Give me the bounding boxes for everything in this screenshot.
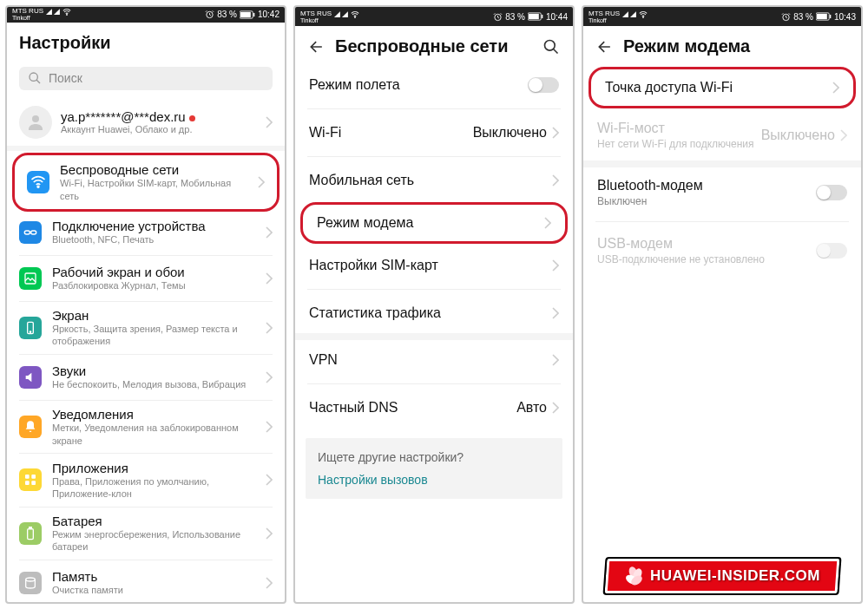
image-icon bbox=[19, 267, 42, 290]
battery-percent: 83 % bbox=[217, 10, 237, 19]
row-title: Режим модема bbox=[317, 215, 413, 231]
page-header: Беспроводные сети bbox=[295, 26, 573, 65]
wifi-icon bbox=[62, 8, 72, 16]
signal-icon: ◢ bbox=[342, 10, 347, 18]
search-input[interactable]: Поиск bbox=[19, 67, 273, 90]
row-sub: Нет сети Wi-Fi для подключения bbox=[597, 138, 754, 150]
signal-icon: ◢ bbox=[630, 10, 635, 18]
huawei-logo-icon bbox=[624, 566, 643, 586]
sound-icon bbox=[19, 366, 42, 389]
row-display[interactable]: Экран Яркость, Защита зрения, Размер тек… bbox=[7, 305, 285, 351]
row-sub: Выключен bbox=[597, 195, 703, 207]
search-button[interactable] bbox=[542, 37, 561, 56]
row-title: Рабочий экран и обои bbox=[52, 265, 255, 279]
row-traffic-stats[interactable]: Статистика трафика bbox=[295, 293, 573, 333]
row-title: Подключение устройства bbox=[52, 219, 255, 233]
phone-screen-wireless: MTS RUS Tinkoff ◢ ◢ 83 % 10:44 Беспровод… bbox=[293, 5, 575, 604]
account-row[interactable]: ya.p*******@***dex.ru Аккаунт Huawei, Об… bbox=[7, 99, 285, 146]
svg-rect-15 bbox=[25, 481, 30, 486]
row-title: Приложения bbox=[52, 461, 255, 475]
row-title: Экран bbox=[52, 308, 255, 323]
row-usb-tethering: USB-модем USB-подключение не установлено bbox=[583, 226, 861, 276]
clock: 10:42 bbox=[258, 10, 279, 19]
link-icon bbox=[19, 221, 42, 244]
clock: 10:43 bbox=[834, 12, 856, 22]
row-vpn[interactable]: VPN bbox=[295, 340, 573, 380]
svg-point-5 bbox=[30, 73, 37, 81]
row-title: USB-модем bbox=[597, 236, 765, 252]
row-bluetooth-tethering[interactable]: Bluetooth-модем Выключен bbox=[583, 167, 861, 218]
svg-point-0 bbox=[67, 15, 68, 16]
watermark-text: HUAWEI-INSIDER.COM bbox=[650, 567, 820, 585]
row-title: Частный DNS bbox=[309, 400, 398, 416]
chevron-right-icon bbox=[544, 217, 551, 229]
chevron-right-icon bbox=[552, 354, 559, 366]
chevron-right-icon bbox=[832, 82, 839, 94]
svg-point-6 bbox=[32, 115, 39, 122]
row-sub: Разблокировка Журнал, Темы bbox=[52, 279, 255, 291]
carrier-label: MTS RUS bbox=[12, 8, 43, 15]
highlight-tethering: Режим модема bbox=[300, 202, 568, 244]
row-title: Мобильная сеть bbox=[309, 173, 414, 188]
chevron-right-icon bbox=[266, 272, 273, 285]
battery-icon bbox=[240, 10, 255, 19]
row-title: Беспроводные сети bbox=[60, 162, 247, 177]
row-sub: Яркость, Защита зрения, Размер текста и … bbox=[52, 323, 255, 348]
page-header: Настройки bbox=[7, 23, 285, 62]
back-button[interactable] bbox=[307, 37, 326, 56]
chevron-right-icon bbox=[266, 527, 273, 540]
row-mobile-network[interactable]: Мобильная сеть bbox=[295, 160, 573, 200]
row-device-connection[interactable]: Подключение устройства Bluetooth, NFC, П… bbox=[7, 213, 285, 252]
row-value: Выключено bbox=[761, 128, 835, 143]
svg-rect-9 bbox=[31, 231, 36, 234]
row-apps[interactable]: Приложения Права, Приложения по умолчани… bbox=[7, 457, 285, 503]
row-title: Bluetooth-модем bbox=[597, 178, 703, 193]
row-title: Настройки SIM-карт bbox=[309, 258, 438, 273]
row-sub: USB-подключение не установлено bbox=[597, 253, 765, 265]
account-sub: Аккаунт Huawei, Облако и др. bbox=[61, 124, 257, 134]
chevron-right-icon bbox=[552, 402, 559, 414]
svg-point-19 bbox=[26, 578, 36, 581]
svg-rect-16 bbox=[31, 481, 36, 486]
chevron-right-icon bbox=[266, 116, 273, 128]
row-sub: Не беспокоить, Мелодия вызова, Вибрация bbox=[52, 378, 255, 390]
row-title: Точка доступа Wi-Fi bbox=[605, 80, 733, 95]
row-battery[interactable]: Батарея Режим энергосбережения, Использо… bbox=[7, 511, 285, 557]
toggle-airplane[interactable] bbox=[528, 77, 559, 93]
svg-rect-29 bbox=[830, 15, 831, 18]
row-value: Выключено bbox=[473, 125, 547, 141]
row-title: Wi-Fi bbox=[309, 125, 341, 141]
chevron-right-icon bbox=[840, 129, 847, 141]
row-wireless-networks[interactable]: Беспроводные сети Wi-Fi, Настройки SIM-к… bbox=[15, 155, 277, 209]
avatar bbox=[19, 106, 52, 139]
svg-rect-8 bbox=[24, 231, 30, 234]
row-airplane-mode[interactable]: Режим полета bbox=[295, 65, 573, 105]
svg-rect-3 bbox=[253, 13, 254, 16]
row-sub: Права, Приложения по умолчанию, Приложен… bbox=[52, 475, 255, 501]
toggle-bluetooth-tethering[interactable] bbox=[816, 185, 847, 200]
row-title: Режим полета bbox=[309, 77, 400, 93]
back-button[interactable] bbox=[595, 37, 615, 56]
row-notifications[interactable]: Уведомления Метки, Уведомления на заблок… bbox=[7, 404, 285, 450]
row-sub: Метки, Уведомления на заблокированном эк… bbox=[52, 422, 255, 447]
hint-link-call-settings[interactable]: Настройки вызовов bbox=[318, 473, 550, 487]
svg-point-20 bbox=[355, 16, 356, 17]
row-sim-settings[interactable]: Настройки SIM-карт bbox=[295, 246, 573, 285]
wifi-icon bbox=[27, 171, 49, 193]
row-tethering[interactable]: Режим модема bbox=[303, 205, 565, 241]
row-wifi-bridge: Wi-Fi-мост Нет сети Wi-Fi для подключени… bbox=[583, 110, 861, 160]
row-home-wallpaper[interactable]: Рабочий экран и обои Разблокировка Журна… bbox=[7, 259, 285, 298]
chevron-right-icon bbox=[266, 421, 273, 433]
svg-rect-23 bbox=[542, 15, 542, 18]
notification-dot-icon bbox=[189, 115, 195, 121]
svg-point-7 bbox=[37, 187, 39, 188]
row-wifi-hotspot[interactable]: Точка доступа Wi-Fi bbox=[591, 69, 853, 106]
row-private-dns[interactable]: Частный DNS Авто bbox=[295, 388, 573, 428]
row-storage[interactable]: Память Очистка памяти bbox=[7, 564, 285, 602]
clock: 10:44 bbox=[546, 12, 568, 22]
row-sub: Bluetooth, NFC, Печать bbox=[52, 233, 255, 246]
row-wifi[interactable]: Wi-Fi Выключено bbox=[295, 113, 573, 153]
chevron-right-icon bbox=[552, 174, 559, 187]
row-sounds[interactable]: Звуки Не беспокоить, Мелодия вызова, Виб… bbox=[7, 358, 285, 396]
signal-icon: ◢ bbox=[334, 10, 339, 18]
